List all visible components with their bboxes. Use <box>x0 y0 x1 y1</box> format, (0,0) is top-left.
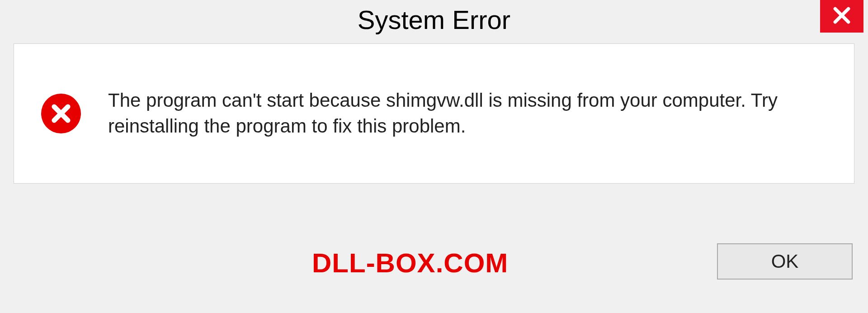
footer: DLL-BOX.COM OK <box>0 184 868 310</box>
error-icon <box>41 94 81 133</box>
watermark-text: DLL-BOX.COM <box>312 247 508 279</box>
error-message: The program can't start because shimgvw.… <box>108 88 827 139</box>
close-button[interactable] <box>820 0 863 33</box>
content-area: The program can't start because shimgvw.… <box>14 43 854 184</box>
ok-button[interactable]: OK <box>717 243 853 280</box>
dialog-title: System Error <box>358 0 510 35</box>
close-icon <box>832 5 852 27</box>
titlebar: System Error <box>0 0 868 43</box>
error-dialog: System Error The program can't start bec… <box>0 0 868 313</box>
